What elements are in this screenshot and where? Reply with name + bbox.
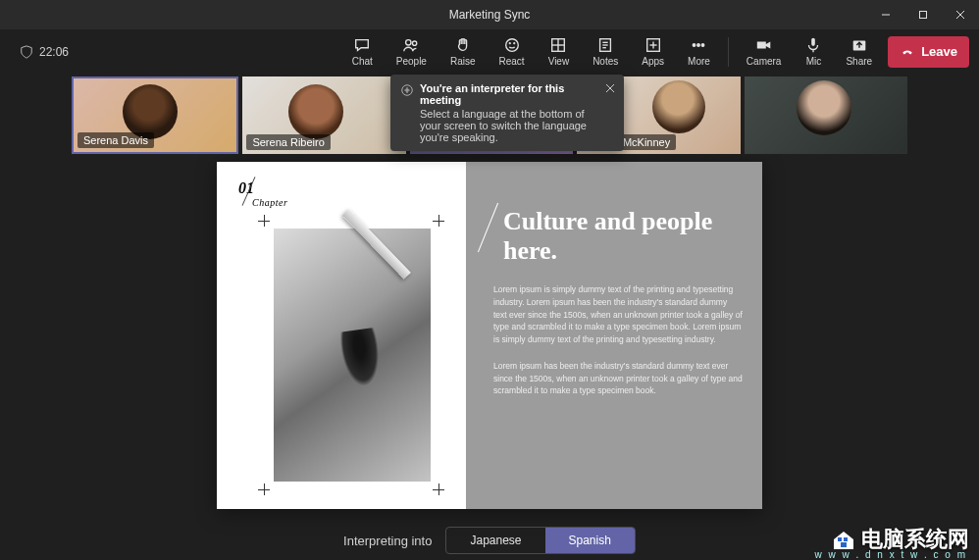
interpreter-notification: You're an interpreter for this meeting S…	[390, 75, 624, 151]
notification-title: You're an interpreter for this meeting	[420, 82, 596, 106]
shield-icon	[20, 45, 33, 59]
notification-body: Select a language at the bottom of your …	[420, 108, 596, 143]
close-icon	[605, 83, 615, 93]
doc-left-page: 01 Chapter	[217, 162, 466, 509]
crop-mark-icon	[258, 215, 270, 227]
raise-hand-button[interactable]: Raise	[438, 32, 488, 71]
react-icon	[503, 36, 521, 54]
language-option-spanish[interactable]: Spanish	[545, 528, 635, 553]
share-button[interactable]: Share	[834, 32, 884, 71]
participant-tile[interactable]	[745, 76, 907, 155]
interpreter-label: Interpreting into	[343, 534, 432, 548]
participant-tile[interactable]: Serena Davis	[72, 76, 238, 155]
raise-hand-icon	[454, 36, 472, 54]
doc-heading: Culture and people here.	[503, 207, 743, 266]
svg-point-7	[509, 43, 510, 44]
window-minimize-button[interactable]	[867, 0, 904, 29]
notification-close-button[interactable]	[602, 80, 618, 96]
svg-point-5	[413, 41, 417, 45]
chat-icon	[353, 36, 371, 54]
participant-name: Serena Ribeiro	[246, 134, 330, 150]
shared-content-stage: 01 Chapter Culture and people here. Lore…	[0, 156, 979, 521]
crop-mark-icon	[433, 215, 444, 227]
svg-point-20	[697, 44, 700, 47]
participant-tile[interactable]: Serena Ribeiro	[242, 76, 405, 155]
more-button[interactable]: More	[676, 32, 722, 71]
title-bar: Marketing Sync	[0, 0, 979, 29]
watermark-sub: w w w . d n x t w . c o m	[814, 549, 967, 560]
crop-mark-icon	[258, 484, 270, 495]
leave-icon	[900, 44, 915, 60]
doc-photo	[274, 229, 431, 482]
people-icon	[402, 36, 420, 54]
notes-icon	[596, 36, 614, 54]
language-toggle: Japanese Spanish	[445, 527, 635, 554]
apps-button[interactable]: Apps	[630, 32, 676, 71]
svg-point-8	[513, 43, 514, 44]
doc-body: Lorem ipsum is simply dummy text of the …	[493, 283, 743, 397]
leave-button[interactable]: Leave	[888, 36, 969, 68]
interpreter-icon	[400, 83, 414, 97]
mic-icon	[804, 36, 822, 54]
svg-rect-1	[920, 12, 927, 19]
camera-icon	[755, 36, 773, 54]
svg-point-6	[505, 39, 518, 52]
mic-button[interactable]: Mic	[793, 32, 834, 71]
view-button[interactable]: View	[537, 32, 582, 71]
camera-button[interactable]: Camera	[735, 32, 794, 71]
window-title: Marketing Sync	[449, 8, 531, 22]
chapter-label: Chapter	[252, 197, 287, 208]
window-close-button[interactable]	[942, 0, 979, 29]
svg-point-19	[694, 44, 696, 47]
meeting-controls-bar: 22:06 Chat People Raise React View Notes…	[0, 29, 979, 75]
apps-icon	[644, 36, 662, 54]
svg-point-21	[702, 44, 705, 47]
svg-point-4	[406, 40, 411, 45]
react-button[interactable]: React	[488, 32, 537, 71]
people-button[interactable]: People	[385, 32, 438, 71]
window-maximize-button[interactable]	[904, 0, 942, 29]
participant-name: Serena Davis	[77, 132, 154, 148]
meeting-timer: 22:06	[6, 45, 69, 59]
doc-right-page: Culture and people here. Lorem ipsum is …	[466, 162, 762, 509]
notes-button[interactable]: Notes	[581, 32, 630, 71]
shared-document: 01 Chapter Culture and people here. Lore…	[217, 162, 762, 509]
svg-rect-22	[812, 38, 816, 46]
more-icon	[690, 36, 707, 54]
view-icon	[549, 36, 567, 54]
share-icon	[850, 36, 868, 54]
chat-button[interactable]: Chat	[340, 32, 385, 71]
crop-mark-icon	[433, 484, 444, 495]
language-option-japanese[interactable]: Japanese	[446, 528, 544, 553]
